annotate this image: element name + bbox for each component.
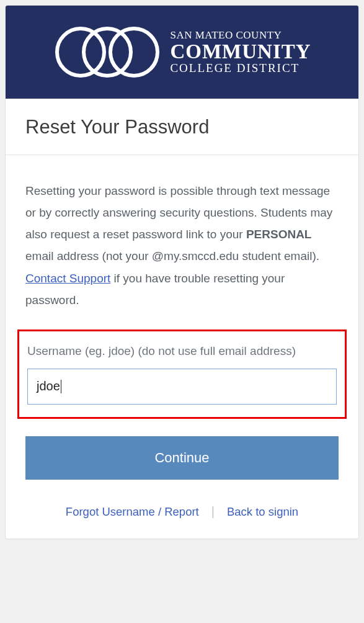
text-caret-icon: [61, 380, 61, 393]
org-header: SAN MATEO COUNTY COMMUNITY COLLEGE DISTR…: [6, 6, 358, 99]
org-line3: COLLEGE DISTRICT: [170, 62, 311, 74]
username-input[interactable]: jdoe: [27, 369, 337, 405]
intro-bold: PERSONAL: [246, 228, 312, 241]
forgot-username-link[interactable]: Forgot Username / Report: [66, 505, 199, 519]
footer-separator: |: [211, 504, 215, 519]
contact-support-link[interactable]: Contact Support: [25, 272, 110, 285]
username-highlight-box: Username (eg. jdoe) (do not use full ema…: [17, 329, 347, 419]
org-name: SAN MATEO COUNTY COMMUNITY COLLEGE DISTR…: [170, 30, 311, 74]
divider: [6, 155, 358, 155]
logo-rings-icon: [53, 24, 161, 80]
page-title: Reset Your Password: [25, 116, 339, 138]
back-to-signin-link[interactable]: Back to signin: [227, 505, 298, 519]
username-label: Username (eg. jdoe) (do not use full ema…: [27, 343, 337, 361]
svg-point-1: [84, 29, 131, 76]
username-value: jdoe: [37, 379, 60, 393]
intro-text: Resetting your password is possible thro…: [25, 180, 339, 311]
content-area: Reset Your Password Resetting your passw…: [6, 99, 358, 539]
intro-part2: email address (not your @my.smccd.edu st…: [25, 249, 319, 262]
svg-point-0: [57, 29, 104, 76]
reset-password-card: SAN MATEO COUNTY COMMUNITY COLLEGE DISTR…: [5, 5, 359, 539]
svg-point-2: [110, 29, 158, 76]
footer-links: Forgot Username / Report | Back to signi…: [25, 504, 339, 519]
org-line1: SAN MATEO COUNTY: [170, 30, 311, 41]
continue-button[interactable]: Continue: [25, 436, 339, 480]
org-line2: COMMUNITY: [170, 41, 311, 63]
